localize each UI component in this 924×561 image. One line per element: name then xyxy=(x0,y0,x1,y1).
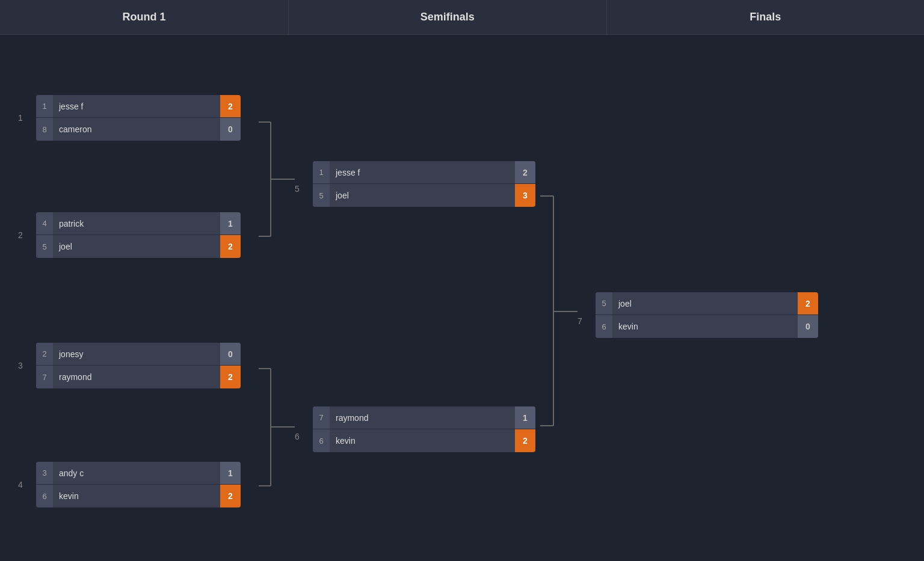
match7-seed2: 6 xyxy=(596,315,612,338)
match7-card: 5 joel 2 6 kevin 0 xyxy=(596,292,818,338)
match5-player2: joel xyxy=(330,191,515,200)
match7-player2: kevin xyxy=(612,322,798,331)
match4-card: 3 andy c 1 6 kevin 2 xyxy=(36,462,241,507)
match2-seed2: 5 xyxy=(36,235,53,258)
match6-score2: 2 xyxy=(515,429,535,452)
match3-score2: 2 xyxy=(220,366,241,388)
match3-row1: 2 jonesy 0 xyxy=(36,343,241,366)
semi-match5: 1 jesse f 2 5 joel 3 xyxy=(313,161,535,207)
match1-seed1: 1 xyxy=(36,95,53,117)
match2-seed1: 4 xyxy=(36,212,53,235)
match6-row1: 7 raymond 1 xyxy=(313,406,535,429)
finals7-label: 7 xyxy=(578,316,582,326)
r1-match1: 1 1 jesse f 2 8 cameron 0 xyxy=(36,95,241,141)
match2-player1: patrick xyxy=(53,219,220,228)
r1-match3: 3 2 jonesy 0 7 raymond 2 xyxy=(36,343,241,388)
match1-score1: 2 xyxy=(220,95,241,117)
header-finals: Finals xyxy=(607,0,925,34)
match6-row2: 6 kevin 2 xyxy=(313,429,535,452)
match7-row2: 6 kevin 0 xyxy=(596,315,818,338)
match3-seed1: 2 xyxy=(36,343,53,365)
match4-score2: 2 xyxy=(220,485,241,507)
finals-match7: 5 joel 2 6 kevin 0 xyxy=(596,292,818,338)
match3-seed2: 7 xyxy=(36,366,53,388)
r1-match4-label: 4 xyxy=(18,480,23,489)
semi5-label: 5 xyxy=(295,184,300,194)
match5-row2: 5 joel 3 xyxy=(313,184,535,207)
match2-card: 4 patrick 1 5 joel 2 xyxy=(36,212,241,258)
match4-seed2: 6 xyxy=(36,485,53,507)
match5-row1: 1 jesse f 2 xyxy=(313,161,535,184)
match5-score2: 3 xyxy=(515,184,535,207)
match1-card: 1 jesse f 2 8 cameron 0 xyxy=(36,95,241,141)
bracket-header: Round 1 Semifinals Finals xyxy=(0,0,924,35)
match5-seed2: 5 xyxy=(313,184,330,207)
match2-row1: 4 patrick 1 xyxy=(36,212,241,235)
header-semifinals-label: Semifinals xyxy=(420,11,475,23)
match6-player1: raymond xyxy=(330,413,515,423)
match3-player2: raymond xyxy=(53,372,220,382)
match5-card: 1 jesse f 2 5 joel 3 xyxy=(313,161,535,207)
match3-row2: 7 raymond 2 xyxy=(36,366,241,388)
match3-player1: jonesy xyxy=(53,349,220,359)
match6-card: 7 raymond 1 6 kevin 2 xyxy=(313,406,535,452)
match4-row1: 3 andy c 1 xyxy=(36,462,241,485)
r1-match4: 4 3 andy c 1 6 kevin 2 xyxy=(36,462,241,507)
match7-row1: 5 joel 2 xyxy=(596,292,818,315)
match1-row2: 8 cameron 0 xyxy=(36,118,241,141)
match2-row2: 5 joel 2 xyxy=(36,235,241,258)
match5-seed1: 1 xyxy=(313,161,330,183)
match4-seed1: 3 xyxy=(36,462,53,484)
match1-player1: jesse f xyxy=(53,102,220,111)
match4-score1: 1 xyxy=(220,462,241,484)
match1-seed2: 8 xyxy=(36,118,53,141)
r1-match2-label: 2 xyxy=(18,230,23,240)
header-semifinals: Semifinals xyxy=(289,0,607,34)
r1-match3-label: 3 xyxy=(18,361,23,370)
match3-card: 2 jonesy 0 7 raymond 2 xyxy=(36,343,241,388)
match4-player1: andy c xyxy=(53,468,220,478)
header-finals-label: Finals xyxy=(750,11,781,23)
match7-score2: 0 xyxy=(798,315,818,338)
r1-match2: 2 4 patrick 1 5 joel 2 xyxy=(36,212,241,258)
match2-score1: 1 xyxy=(220,212,241,235)
header-round1: Round 1 xyxy=(0,0,289,34)
match7-player1: joel xyxy=(612,299,798,308)
match5-player1: jesse f xyxy=(330,168,515,177)
match6-score1: 1 xyxy=(515,406,535,429)
match6-player2: kevin xyxy=(330,436,515,446)
semi6-label: 6 xyxy=(295,432,300,441)
match6-seed2: 6 xyxy=(313,429,330,452)
match5-score1: 2 xyxy=(515,161,535,183)
match7-score1: 2 xyxy=(798,292,818,314)
match2-player2: joel xyxy=(53,242,220,251)
semi-match6: 7 raymond 1 6 kevin 2 xyxy=(313,406,535,452)
bracket-body: 1 1 jesse f 2 8 cameron 0 2 4 patrick 1 … xyxy=(0,35,924,561)
match2-score2: 2 xyxy=(220,235,241,258)
match1-score2: 0 xyxy=(220,118,241,141)
match4-row2: 6 kevin 2 xyxy=(36,485,241,507)
header-round1-label: Round 1 xyxy=(123,11,166,23)
r1-match1-label: 1 xyxy=(18,113,23,123)
match4-player2: kevin xyxy=(53,491,220,501)
match3-score1: 0 xyxy=(220,343,241,365)
match6-seed1: 7 xyxy=(313,406,330,429)
match7-seed1: 5 xyxy=(596,292,612,314)
match1-row1: 1 jesse f 2 xyxy=(36,95,241,118)
match1-player2: cameron xyxy=(53,124,220,134)
